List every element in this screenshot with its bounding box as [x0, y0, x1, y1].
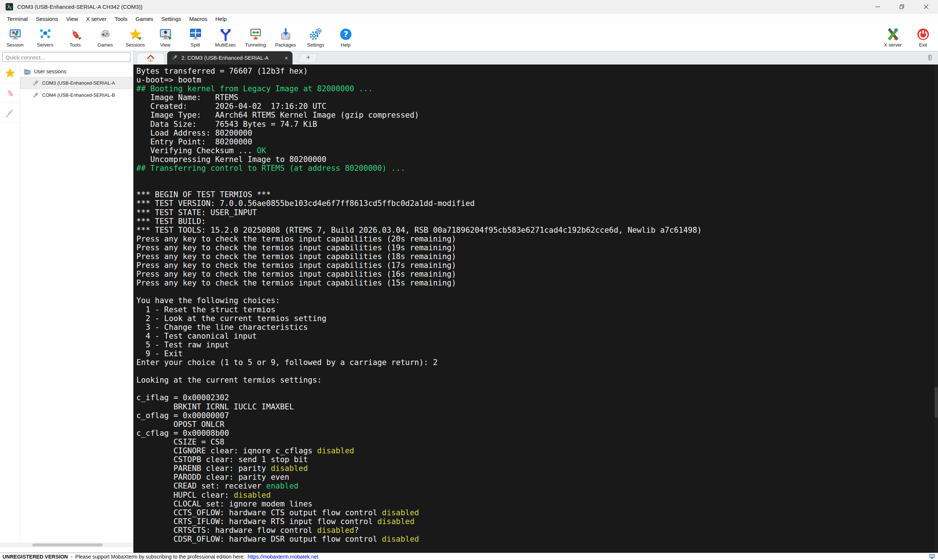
- terminal-line: Verifying Checksum ... OK: [136, 146, 938, 155]
- session-item-com4[interactable]: COM4 (USB-Enhanced-SERIAL-B: [20, 89, 133, 101]
- menu-x-server[interactable]: X server: [82, 16, 111, 22]
- tree-root-user-sessions[interactable]: User sessions: [20, 66, 133, 77]
- toolbar-tunneling-button[interactable]: Tunneling: [240, 24, 271, 51]
- terminal-line: Image Name: RTEMS: [136, 93, 938, 102]
- toolbar-button-label: Split: [191, 42, 200, 48]
- terminal-text-segment: *** BEGIN OF TEST TERMIOS ***: [136, 190, 271, 199]
- toolbar-games-button[interactable]: Games: [90, 24, 120, 51]
- rail-tab-knife[interactable]: [0, 83, 20, 103]
- terminal-line: *** TEST VERSION: 7.0.0.56ae0855be103cd4…: [136, 199, 938, 208]
- terminal-text-segment: CSTOPB clear: send 1 stop bit: [136, 455, 308, 464]
- toolbar-button-label: Settings: [307, 42, 324, 48]
- toolbar-session-button[interactable]: Session: [0, 24, 30, 51]
- sidebar-rail: [0, 63, 20, 543]
- toolbar-tools-button[interactable]: Tools: [60, 24, 90, 51]
- minimize-button[interactable]: [866, 0, 890, 13]
- tab-home[interactable]: [137, 53, 165, 65]
- terminal-line: *** TEST BUILD:: [136, 217, 938, 226]
- exit-power-icon: [916, 28, 930, 41]
- terminal-text-segment: 4 - Test canonical input: [136, 332, 257, 340]
- terminal-text-segment: ## Transferring control to RTEMS (at add…: [136, 164, 405, 172]
- toolbar-button-label: Session: [6, 42, 23, 48]
- terminal-text-segment: c_iflag = 0x00002302: [136, 393, 229, 402]
- toolbar-button-label: Tunneling: [245, 42, 266, 48]
- terminal-line: *** TEST STATE: USER_INPUT: [136, 208, 938, 217]
- terminal-line: CIGNORE clear: iqnore c_cflags disabled: [136, 446, 938, 455]
- terminal-text-segment: HUPCL clear:: [136, 491, 234, 500]
- menu-help[interactable]: Help: [211, 16, 231, 22]
- terminal-text-segment: 2 - Look at the current termios setting: [136, 314, 326, 323]
- packages-box-icon: [279, 28, 292, 41]
- restore-button[interactable]: [890, 0, 914, 13]
- toolbar-view-button[interactable]: View: [150, 24, 180, 51]
- terminal-line: [136, 287, 938, 296]
- terminal-text-segment: Press any key to check the termios input…: [136, 243, 456, 252]
- toolbar-sessions-button[interactable]: Sessions: [120, 24, 150, 51]
- terminal-output[interactable]: Bytes transferred = 76607 (12b3f hex)u-b…: [134, 65, 938, 553]
- terminal-scrollbar-thumb[interactable]: [935, 387, 938, 418]
- terminal-line: 1 - Reset the struct termios: [136, 305, 938, 314]
- terminal-line: Press any key to check the termios input…: [136, 278, 938, 287]
- terminal-text-segment: CRTS_IFLOW: hardware RTS input flow cont…: [136, 517, 377, 526]
- quick-connect-input[interactable]: [2, 52, 131, 62]
- terminal-scrollbar[interactable]: [934, 65, 938, 553]
- terminal-line: u-boot=> bootm: [136, 75, 938, 84]
- menu-view[interactable]: View: [62, 16, 82, 22]
- terminal-line: [136, 367, 938, 375]
- terminal-line: Press any key to check the termios input…: [136, 235, 938, 243]
- terminal-text-segment: disabled: [317, 526, 354, 535]
- terminal-line: CREAD set: receiver enabled: [136, 482, 938, 490]
- terminal-text-segment: Data Size: 76543 Bytes = 74.7 KiB: [136, 120, 317, 129]
- status-message: - Please support MobaXterm by subscribin…: [68, 554, 248, 560]
- terminal-line: [136, 172, 938, 182]
- terminal-line: OPOST ONLCR: [136, 420, 938, 429]
- home-icon: [146, 54, 155, 64]
- star-icon: [5, 68, 16, 79]
- toolbar-packages-button[interactable]: Packages: [271, 24, 301, 51]
- menu-sessions[interactable]: Sessions: [32, 16, 62, 22]
- menu-games[interactable]: Games: [132, 16, 157, 22]
- terminal-line: Uncompressing Kernel Image to 80200000: [136, 155, 938, 164]
- menu-macros[interactable]: Macros: [185, 16, 211, 22]
- new-tab-button[interactable]: [298, 53, 318, 63]
- toolbar-settings-button[interactable]: Settings: [301, 24, 331, 51]
- paperclip-icon[interactable]: [926, 54, 934, 62]
- terminal-line: 3 - Change the line characteristics: [136, 323, 938, 332]
- toolbar-button-label: Sessions: [126, 42, 145, 48]
- session-item-com3[interactable]: COM3 (USB-Enhanced-SERIAL-A: [20, 77, 133, 89]
- terminal-text-segment: ## Booting kernel from Legacy Image at 8…: [136, 84, 373, 93]
- mobatek-link[interactable]: https://mobaxterm.mobatek.net: [248, 554, 318, 560]
- terminal-text-segment: disabled: [382, 508, 419, 517]
- toolbar-exit-button[interactable]: Exit: [908, 24, 938, 51]
- sessions-tree: User sessionsCOM3 (USB-Enhanced-SERIAL-A…: [20, 66, 133, 101]
- menu-terminal[interactable]: Terminal: [3, 16, 32, 22]
- terminal-line: 4 - Test canonical input: [136, 332, 938, 340]
- menu-settings[interactable]: Settings: [157, 16, 185, 22]
- tab-active-com3[interactable]: 2. COM3 (USB-Enhanced-SERIAL-A ×: [167, 51, 292, 65]
- toolbar-x-server-button[interactable]: X server: [878, 24, 908, 51]
- rail-tab-star[interactable]: [0, 63, 20, 83]
- folder-user-icon: [23, 68, 32, 76]
- scrollbar-thumb[interactable]: [32, 543, 103, 546]
- tab-label: 2. COM3 (USB-Enhanced-SERIAL-A: [181, 55, 269, 61]
- tab-close-icon[interactable]: ×: [284, 55, 288, 61]
- session-monitor-icon: [8, 28, 22, 41]
- settings-gears-icon: [309, 28, 323, 41]
- rail-tab-feather[interactable]: [0, 103, 20, 123]
- terminal-text-segment: *** TEST BUILD:: [136, 217, 206, 226]
- terminal-line: [136, 182, 938, 190]
- menu-tools[interactable]: Tools: [111, 16, 132, 22]
- toolbar-multiexec-button[interactable]: MultiExec: [211, 24, 240, 51]
- terminal-line: Enter your choice (1 to 5 or 9, followed…: [136, 358, 938, 367]
- servers-network-icon: [38, 28, 52, 41]
- tab-bar: 2. COM3 (USB-Enhanced-SERIAL-A ×: [134, 51, 938, 65]
- toolbar-servers-button[interactable]: Servers: [30, 24, 60, 51]
- close-button[interactable]: [914, 0, 938, 13]
- terminal-line: Entry Point: 80200000: [136, 137, 938, 146]
- toolbar-split-button[interactable]: Split: [180, 24, 211, 51]
- sidebar-horizontal-scrollbar[interactable]: [0, 543, 133, 547]
- terminal-text-segment: disabled: [234, 491, 271, 500]
- toolbar-help-button[interactable]: ?Help: [331, 24, 361, 51]
- app-logo-icon: [5, 3, 14, 11]
- terminal-text-segment: CREAD set: receiver: [136, 482, 266, 490]
